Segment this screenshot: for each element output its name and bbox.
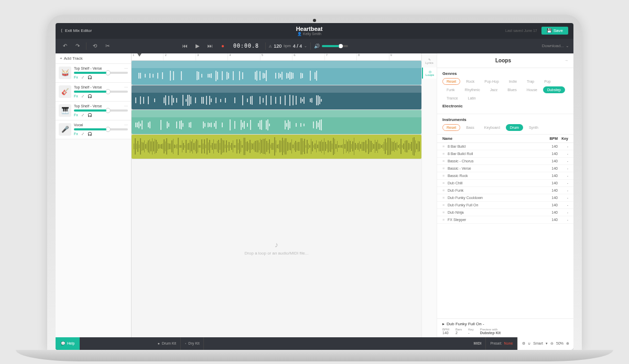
grip-icon: ≡	[442, 167, 448, 170]
track-volume-slider[interactable]	[74, 91, 128, 93]
expand-icon[interactable]: →	[564, 58, 568, 63]
skip-back-button[interactable]: ⏮	[180, 41, 190, 51]
preset-value[interactable]: None	[504, 341, 513, 345]
clip[interactable]	[132, 61, 421, 85]
filter-pill[interactable]: Synth	[525, 124, 543, 131]
filter-pill[interactable]: Bass	[462, 124, 479, 131]
filter-pill[interactable]: Pop	[540, 78, 555, 85]
clip[interactable]	[132, 85, 421, 109]
filter-pill[interactable]: Dubstep	[543, 86, 565, 93]
magnet-icon[interactable]: ∪	[528, 341, 530, 346]
track-menu-icon[interactable]: ⋯	[124, 85, 128, 90]
fx-button[interactable]: Fx	[74, 75, 78, 80]
help-button[interactable]: 💬Help	[56, 337, 80, 350]
track-header[interactable]: 🎸 Top Shelf - Verse⋯ Fx ⤢ 🎧	[56, 83, 131, 102]
dropzone[interactable]: ♪ Drop a loop or an audio/MIDI file...	[132, 159, 421, 337]
filter-pill[interactable]: Pop-Hop	[480, 78, 503, 85]
loop-table[interactable]: ≡8 Bar Build140-≡8 Bar Build Roll140-≡Ba…	[437, 143, 573, 318]
track-header[interactable]: 🎤 Vocal⋯ Fx ⤢ 🎧	[56, 120, 131, 139]
filter-pill[interactable]: Rock	[462, 78, 479, 85]
chat-icon: 💬	[61, 341, 66, 346]
filter-pill[interactable]: Indie	[505, 78, 521, 85]
clip[interactable]	[132, 135, 421, 159]
filter-pill[interactable]: Rhythmic	[461, 86, 484, 93]
preset-selector[interactable]: ◦Dry Kit	[181, 337, 204, 350]
filter-pill[interactable]: Trance	[442, 95, 462, 102]
fx-button[interactable]: Fx	[74, 132, 78, 136]
time-signature[interactable]: 4 / 4	[293, 43, 302, 49]
track-volume-slider[interactable]	[74, 128, 128, 130]
metronome-icon[interactable]: ◬	[269, 44, 272, 48]
zoom-out-icon[interactable]: ⊖	[550, 341, 554, 346]
gear-icon[interactable]: ⚙	[522, 341, 525, 346]
headphones-icon[interactable]: 🎧	[88, 94, 92, 98]
loop-row[interactable]: ≡Bassic Rock140-	[437, 172, 573, 180]
automation-icon[interactable]: ⤢	[81, 94, 84, 98]
loop-button[interactable]: ⟲	[90, 41, 100, 51]
track-volume-slider[interactable]	[74, 109, 128, 112]
loop-row[interactable]: ≡Bassic - Verse140-	[437, 165, 573, 172]
skip-fwd-button[interactable]: ⏭	[205, 41, 215, 51]
download-menu[interactable]: Download...⌄	[542, 43, 569, 48]
loop-row[interactable]: ≡Dub Funky Full On140-	[437, 202, 573, 209]
track-menu-icon[interactable]: ⋯	[124, 67, 128, 71]
fx-button[interactable]: Fx	[74, 94, 78, 98]
filter-pill[interactable]: Latin	[464, 95, 480, 102]
cut-button[interactable]: ✂	[102, 41, 113, 51]
track-menu-icon[interactable]: ⋯	[124, 104, 128, 108]
loop-row[interactable]: ≡8 Bar Build Roll140-	[437, 150, 573, 158]
track-header[interactable]: 🎹 Top Shelf - Verse⋯ Fx ⤢ 🎧	[56, 102, 131, 120]
status-bar: 💬Help ●Drum Kit ◦Dry Kit MIDI Preset:Non…	[56, 337, 573, 350]
playhead-icon[interactable]	[137, 53, 142, 57]
master-volume-slider[interactable]	[322, 45, 348, 47]
filter-pill[interactable]: Drum	[506, 124, 523, 131]
bpm-value[interactable]: 120	[274, 43, 281, 49]
volume-icon[interactable]: 🔊	[314, 43, 320, 49]
track-header[interactable]: 🥁 Top Shelf - Verse⋯ Fx ⤢ 🎧	[56, 64, 131, 83]
smart-toggle[interactable]: Smart	[533, 341, 543, 345]
track-volume-slider[interactable]	[74, 72, 128, 74]
loop-row[interactable]: ≡FX Stepper140-	[437, 216, 573, 224]
tab-loops[interactable]: ◎Loops	[422, 68, 437, 79]
loop-row[interactable]: ≡Dub Funky Cooldown140-	[437, 194, 573, 202]
add-track-button[interactable]: +Add Track	[56, 53, 131, 64]
back-icon[interactable]: ⟨	[61, 28, 62, 33]
loop-row[interactable]: ≡Dub Funk140-	[437, 187, 573, 194]
undo-button[interactable]: ↶	[60, 41, 70, 51]
instrument-selector[interactable]: ●Drum Kit	[153, 337, 180, 350]
timeline-area[interactable]: 123456789 ♪ Drop a loop or an audio/MIDI…	[132, 53, 421, 337]
filter-pill[interactable]: Reset	[442, 78, 460, 85]
filter-pill[interactable]: Trap	[523, 78, 538, 85]
instrument-icon: 🎤	[59, 123, 71, 136]
loop-row[interactable]: ≡Dub Chill140-	[437, 180, 573, 187]
automation-icon[interactable]: ⤢	[81, 132, 84, 136]
chevron-down-icon[interactable]: ⌄	[304, 44, 307, 48]
save-button[interactable]: 💾Save	[541, 27, 568, 35]
track-name: Top Shelf - Verse	[74, 104, 102, 108]
fx-button[interactable]: Fx	[74, 113, 78, 117]
play-button[interactable]: ▶	[192, 41, 203, 51]
filter-pill[interactable]: Jazz	[486, 86, 502, 93]
headphones-icon[interactable]: 🎧	[88, 132, 92, 136]
filter-pill[interactable]: House	[523, 86, 541, 93]
loop-row[interactable]: ≡Dub Ninja140-	[437, 209, 573, 216]
headphones-icon[interactable]: 🎧	[88, 75, 92, 80]
headphones-icon[interactable]: 🎧	[88, 113, 92, 117]
tab-lyrics[interactable]: ✎Lyrics	[422, 56, 437, 67]
redo-button[interactable]: ↷	[72, 41, 83, 51]
track-menu-icon[interactable]: ⋯	[124, 123, 128, 127]
loop-row[interactable]: ≡Bassic - Chorus140-	[437, 158, 573, 165]
loop-row[interactable]: ≡8 Bar Build140-	[437, 143, 573, 150]
zoom-in-icon[interactable]: ⊕	[566, 341, 569, 346]
filter-pill[interactable]: Blues	[503, 86, 521, 93]
filter-pill[interactable]: Funk	[442, 86, 459, 93]
automation-icon[interactable]: ⤢	[81, 113, 84, 117]
timeline-ruler[interactable]: 123456789	[132, 53, 421, 61]
exit-editor-link[interactable]: Exit Mix Editor	[65, 28, 92, 33]
record-button[interactable]: ●	[218, 41, 228, 51]
automation-icon[interactable]: ⤢	[81, 75, 84, 80]
play-icon[interactable]: ▸	[442, 322, 444, 326]
filter-pill[interactable]: Keyboard	[480, 124, 504, 131]
filter-pill[interactable]: Reset	[442, 124, 460, 131]
clip[interactable]	[132, 110, 421, 134]
